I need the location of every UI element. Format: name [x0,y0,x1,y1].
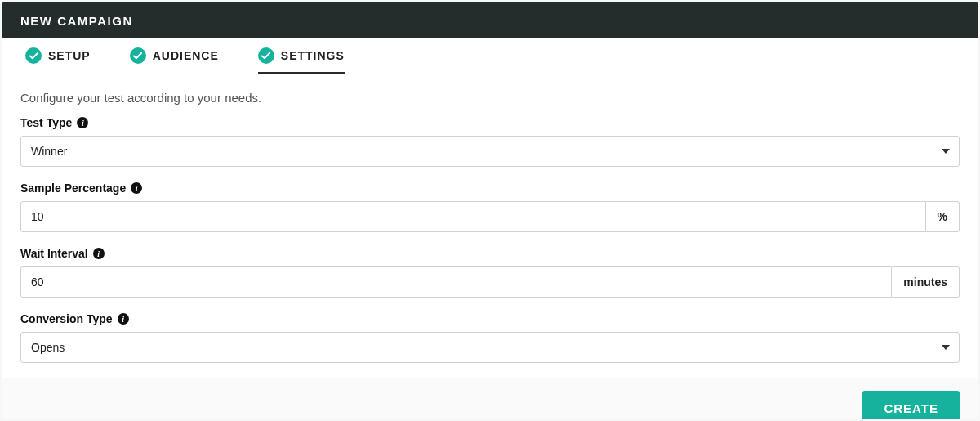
test-type-select-wrapper: Winner [20,136,960,167]
tab-label: SETUP [48,49,91,62]
check-icon [258,47,274,64]
settings-body: Configure your test according to your ne… [2,74,978,378]
sample-percentage-input[interactable] [20,201,926,232]
create-button[interactable]: CREATE [862,391,960,419]
field-conversion-type: Conversion Type i Opens [20,312,960,363]
check-icon [130,47,146,64]
field-wait-interval: Wait Interval i minutes [20,247,960,298]
info-icon[interactable]: i [93,248,105,259]
field-label: Wait Interval i [20,247,960,260]
field-label: Test Type i [20,116,960,129]
info-icon[interactable]: i [77,117,88,128]
tab-settings[interactable]: SETTINGS [258,38,345,74]
info-icon[interactable]: i [131,182,142,194]
tabs-nav: SETUP AUDIENCE SETTINGS [2,38,978,74]
tab-label: SETTINGS [281,49,345,62]
conversion-type-select[interactable]: Opens [20,332,960,363]
info-icon[interactable]: i [118,313,129,325]
percent-suffix: % [926,201,960,232]
tab-audience[interactable]: AUDIENCE [130,38,219,74]
wait-interval-input[interactable] [20,266,892,298]
field-sample-percentage: Sample Percentage i % [20,181,960,232]
field-test-type: Test Type i Winner [20,116,960,167]
field-label: Sample Percentage i [20,181,960,195]
tab-setup[interactable]: SETUP [25,38,91,74]
sample-percentage-label: Sample Percentage [20,181,126,195]
page-title: NEW CAMPAIGN [2,2,978,38]
test-type-label: Test Type [20,116,72,129]
minutes-suffix: minutes [892,266,960,298]
conversion-type-label: Conversion Type [20,312,113,325]
test-type-select[interactable]: Winner [20,136,960,167]
tab-label: AUDIENCE [153,49,219,62]
check-icon [25,47,42,64]
conversion-type-select-wrapper: Opens [20,332,960,363]
footer-bar: CREATE [2,378,978,419]
field-label: Conversion Type i [20,312,960,325]
campaign-card: NEW CAMPAIGN SETUP AUDIENCE SETTINGS [2,2,978,419]
settings-intro: Configure your test according to your ne… [20,91,960,105]
wait-interval-label: Wait Interval [20,247,88,260]
